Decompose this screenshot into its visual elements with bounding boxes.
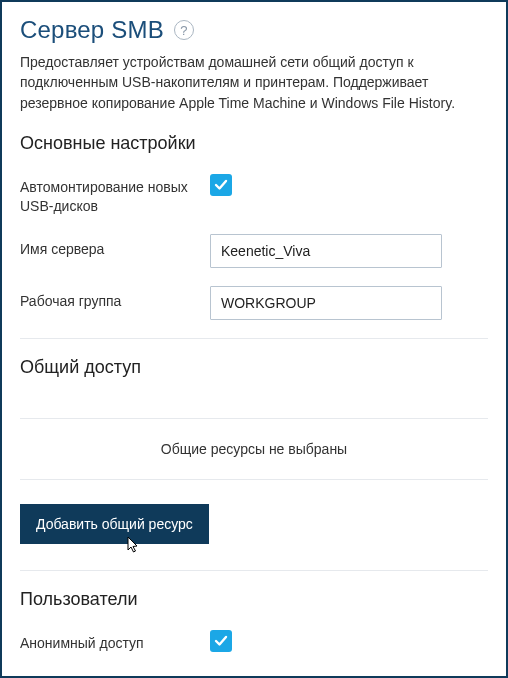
divider bbox=[20, 338, 488, 339]
shared-resources-empty: Общие ресурсы не выбраны bbox=[20, 418, 488, 480]
smb-server-settings-page: Сервер SMB ? Предоставляет устройствам д… bbox=[2, 2, 506, 671]
help-icon[interactable]: ? bbox=[174, 20, 194, 40]
check-icon bbox=[214, 179, 228, 191]
basic-settings-title: Основные настройки bbox=[20, 133, 488, 154]
shared-resources-empty-text: Общие ресурсы не выбраны bbox=[161, 441, 347, 457]
row-anonymous-access: Анонимный доступ bbox=[20, 628, 488, 653]
mouse-cursor-icon bbox=[124, 536, 142, 556]
page-title: Сервер SMB bbox=[20, 16, 164, 44]
automount-checkbox[interactable] bbox=[210, 174, 232, 196]
anonymous-access-checkbox[interactable] bbox=[210, 630, 232, 652]
add-shared-resource-button[interactable]: Добавить общий ресурс bbox=[20, 504, 209, 544]
users-title: Пользователи bbox=[20, 589, 488, 610]
workgroup-input[interactable] bbox=[210, 286, 442, 320]
page-description: Предоставляет устройствам домашней сети … bbox=[20, 52, 488, 113]
title-row: Сервер SMB ? bbox=[20, 16, 488, 44]
divider bbox=[20, 570, 488, 571]
anonymous-access-label: Анонимный доступ bbox=[20, 628, 210, 653]
row-automount: Автомонтирование новых USB-дисков bbox=[20, 172, 488, 216]
server-name-label: Имя сервера bbox=[20, 234, 210, 259]
shared-access-title: Общий доступ bbox=[20, 357, 488, 378]
add-shared-resource-label: Добавить общий ресурс bbox=[36, 516, 193, 532]
server-name-input[interactable] bbox=[210, 234, 442, 268]
workgroup-label: Рабочая группа bbox=[20, 286, 210, 311]
automount-label: Автомонтирование новых USB-дисков bbox=[20, 172, 210, 216]
check-icon bbox=[214, 635, 228, 647]
row-server-name: Имя сервера bbox=[20, 234, 488, 268]
row-workgroup: Рабочая группа bbox=[20, 286, 488, 320]
